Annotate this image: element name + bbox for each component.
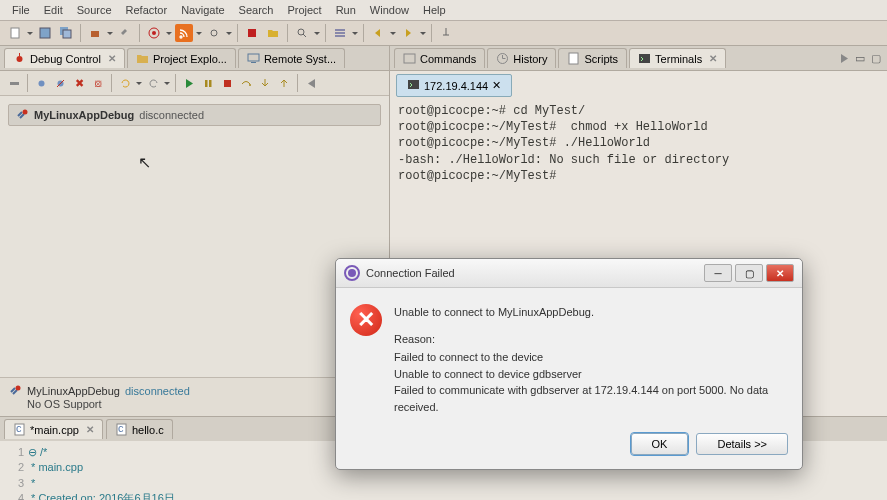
- window-minimize-button[interactable]: ─: [704, 264, 732, 282]
- dropdown-icon[interactable]: [164, 74, 170, 92]
- breakpoint-icon[interactable]: [33, 75, 49, 91]
- svg-rect-1: [40, 28, 50, 38]
- svg-rect-12: [335, 32, 345, 34]
- reason-line: Unable to connect to device gdbserver: [394, 366, 788, 383]
- back-icon[interactable]: [369, 24, 387, 42]
- menu-source[interactable]: Source: [77, 4, 112, 16]
- hammer-icon[interactable]: [116, 24, 134, 42]
- skip-icon[interactable]: [52, 75, 68, 91]
- session-host: 172.19.4.144: [424, 80, 488, 92]
- svg-rect-32: [408, 80, 419, 89]
- svg-text:c: c: [118, 423, 124, 434]
- dropdown-icon[interactable]: [390, 24, 396, 42]
- tab-main-cpp[interactable]: c*main.cpp✕: [4, 419, 103, 439]
- tab-history[interactable]: History: [487, 48, 556, 68]
- svg-rect-24: [224, 80, 231, 87]
- target-icon[interactable]: [145, 24, 163, 42]
- svg-rect-31: [639, 54, 650, 63]
- menu-search[interactable]: Search: [239, 4, 274, 16]
- dialog-titlebar[interactable]: Connection Failed ─ ▢ ✕: [336, 259, 802, 288]
- run-icon[interactable]: [837, 51, 851, 65]
- menu-navigate[interactable]: Navigate: [181, 4, 224, 16]
- terminal-icon: [407, 78, 420, 93]
- outline-icon[interactable]: [331, 24, 349, 42]
- step-into-icon[interactable]: [257, 75, 273, 91]
- details-button[interactable]: Details >>: [696, 433, 788, 455]
- dropdown-icon[interactable]: [136, 74, 142, 92]
- tab-debug-control[interactable]: Debug Control ✕: [4, 48, 125, 68]
- disconnected-icon: [8, 384, 22, 398]
- menu-edit[interactable]: Edit: [44, 4, 63, 16]
- left-view-tabs: Debug Control ✕ Project Explo... Remote …: [0, 46, 389, 71]
- svg-rect-13: [335, 35, 345, 37]
- dropdown-icon[interactable]: [420, 24, 426, 42]
- svg-rect-30: [569, 53, 578, 64]
- tab-hello-c[interactable]: chello.c: [106, 419, 173, 439]
- build-icon[interactable]: [86, 24, 104, 42]
- save-icon[interactable]: [36, 24, 54, 42]
- menu-refactor[interactable]: Refactor: [126, 4, 168, 16]
- window-maximize-button[interactable]: ▢: [735, 264, 763, 282]
- stop-icon[interactable]: [243, 24, 261, 42]
- tab-terminals[interactable]: Terminals✕: [629, 48, 726, 68]
- menu-help[interactable]: Help: [423, 4, 446, 16]
- svg-point-6: [152, 31, 156, 35]
- dropdown-icon[interactable]: [107, 24, 113, 42]
- status-name: MyLinuxAppDebug: [27, 385, 120, 397]
- dropdown-icon[interactable]: [226, 24, 232, 42]
- search-icon[interactable]: [293, 24, 311, 42]
- step-out-icon[interactable]: [276, 75, 292, 91]
- reverse-icon[interactable]: [303, 75, 319, 91]
- dropdown-icon[interactable]: [314, 24, 320, 42]
- close-icon[interactable]: ✕: [709, 53, 717, 64]
- close-icon[interactable]: ✕: [108, 53, 116, 64]
- pause-icon[interactable]: [200, 75, 216, 91]
- cpp-file-icon: c: [13, 423, 26, 436]
- reason-label: Reason:: [394, 331, 788, 348]
- menu-window[interactable]: Window: [370, 4, 409, 16]
- svg-point-7: [211, 30, 217, 36]
- tab-commands[interactable]: Commands: [394, 48, 485, 68]
- monitor-icon: [247, 52, 260, 65]
- dropdown-icon[interactable]: [166, 24, 172, 42]
- pin-icon[interactable]: [437, 24, 455, 42]
- save-all-icon[interactable]: [57, 24, 75, 42]
- remove-icon[interactable]: ✖: [71, 75, 87, 91]
- terminal-session-tab[interactable]: 172.19.4.144 ✕: [396, 74, 512, 97]
- play-icon[interactable]: [181, 75, 197, 91]
- tab-scripts[interactable]: Scripts: [558, 48, 627, 68]
- forward-icon[interactable]: [399, 24, 417, 42]
- restart-icon[interactable]: [117, 75, 133, 91]
- new-file-icon[interactable]: [6, 24, 24, 42]
- collapse-icon[interactable]: [6, 75, 22, 91]
- svg-text:c: c: [16, 423, 22, 434]
- tab-project-explorer[interactable]: Project Explo...: [127, 48, 236, 68]
- minimize-view-icon[interactable]: ▭: [853, 51, 867, 65]
- remove-all-icon[interactable]: ⦻: [90, 75, 106, 91]
- svg-rect-16: [248, 54, 259, 61]
- commands-icon: [403, 52, 416, 65]
- menu-project[interactable]: Project: [287, 4, 321, 16]
- step-over-icon[interactable]: [238, 75, 254, 91]
- maximize-view-icon[interactable]: ▢: [869, 51, 883, 65]
- stop-icon[interactable]: [219, 75, 235, 91]
- debug-toolbar: ✖ ⦻: [0, 71, 389, 96]
- window-close-button[interactable]: ✕: [766, 264, 794, 282]
- menu-run[interactable]: Run: [336, 4, 356, 16]
- reset-icon[interactable]: [145, 75, 161, 91]
- close-icon[interactable]: ✕: [492, 79, 501, 92]
- tab-remote-systems[interactable]: Remote Syst...: [238, 48, 345, 68]
- close-icon[interactable]: ✕: [86, 424, 94, 435]
- rss-icon[interactable]: [175, 24, 193, 42]
- dropdown-icon[interactable]: [27, 24, 33, 42]
- tab-label: Project Explo...: [153, 53, 227, 65]
- dropdown-icon[interactable]: [196, 24, 202, 42]
- debug-target-item[interactable]: MyLinuxAppDebug disconnected: [8, 104, 381, 126]
- menu-file[interactable]: File: [12, 4, 30, 16]
- dropdown-icon[interactable]: [352, 24, 358, 42]
- dialog-heading: Unable to connect to MyLinuxAppDebug.: [394, 304, 788, 321]
- debug-tree: MyLinuxAppDebug disconnected: [0, 96, 389, 377]
- folder-open-icon[interactable]: [264, 24, 282, 42]
- gear-icon[interactable]: [205, 24, 223, 42]
- ok-button[interactable]: OK: [631, 433, 689, 455]
